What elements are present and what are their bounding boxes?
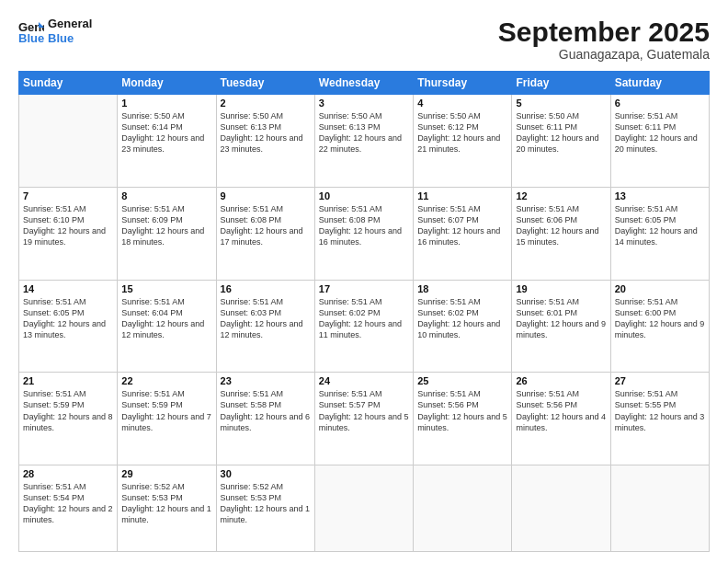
calendar-cell: 15Sunrise: 5:51 AM Sunset: 6:04 PM Dayli… [118,280,216,373]
day-info: Sunrise: 5:51 AM Sunset: 5:56 PM Dayligh… [417,388,507,433]
day-info: Sunrise: 5:50 AM Sunset: 6:12 PM Dayligh… [417,110,507,155]
calendar-cell: 13Sunrise: 5:51 AM Sunset: 6:05 PM Dayli… [610,187,709,280]
calendar-cell: 30Sunrise: 5:52 AM Sunset: 5:53 PM Dayli… [216,465,314,552]
calendar-cell: 28Sunrise: 5:51 AM Sunset: 5:54 PM Dayli… [19,465,118,552]
calendar-week-row: 28Sunrise: 5:51 AM Sunset: 5:54 PM Dayli… [19,465,710,552]
calendar-week-row: 7Sunrise: 5:51 AM Sunset: 6:10 PM Daylig… [19,187,710,280]
day-number: 3 [319,98,409,109]
calendar-cell: 19Sunrise: 5:51 AM Sunset: 6:01 PM Dayli… [512,280,610,373]
calendar-cell: 18Sunrise: 5:51 AM Sunset: 6:02 PM Dayli… [414,280,512,373]
day-number: 10 [319,190,409,201]
calendar-cell: 27Sunrise: 5:51 AM Sunset: 5:55 PM Dayli… [610,373,709,465]
calendar-cell: 11Sunrise: 5:51 AM Sunset: 6:07 PM Dayli… [414,187,512,280]
day-info: Sunrise: 5:51 AM Sunset: 6:04 PM Dayligh… [121,296,211,341]
day-info: Sunrise: 5:51 AM Sunset: 6:02 PM Dayligh… [417,296,507,341]
calendar-cell: 26Sunrise: 5:51 AM Sunset: 5:56 PM Dayli… [512,373,610,465]
calendar-table: SundayMondayTuesdayWednesdayThursdayFrid… [18,71,710,552]
weekday-header: Thursday [414,72,512,95]
day-info: Sunrise: 5:51 AM Sunset: 6:01 PM Dayligh… [516,296,606,341]
day-number: 11 [417,190,507,201]
day-number: 21 [23,375,113,386]
calendar-cell: 16Sunrise: 5:51 AM Sunset: 6:03 PM Dayli… [216,280,314,373]
calendar-week-row: 1Sunrise: 5:50 AM Sunset: 6:14 PM Daylig… [19,95,710,188]
calendar-cell: 21Sunrise: 5:51 AM Sunset: 5:59 PM Dayli… [19,373,118,465]
calendar-cell: 4Sunrise: 5:50 AM Sunset: 6:12 PM Daylig… [414,95,512,188]
day-number: 19 [516,283,606,294]
day-number: 4 [417,98,507,109]
calendar-cell [512,465,610,552]
logo-line1: General [48,17,92,31]
day-number: 14 [23,283,113,294]
day-info: Sunrise: 5:52 AM Sunset: 5:53 PM Dayligh… [121,481,211,526]
day-info: Sunrise: 5:51 AM Sunset: 6:11 PM Dayligh… [615,110,705,155]
calendar-cell [314,465,413,552]
calendar-cell: 22Sunrise: 5:51 AM Sunset: 5:59 PM Dayli… [118,373,216,465]
calendar-cell: 14Sunrise: 5:51 AM Sunset: 6:05 PM Dayli… [19,280,118,373]
day-info: Sunrise: 5:51 AM Sunset: 6:05 PM Dayligh… [23,296,113,341]
calendar-header-row: SundayMondayTuesdayWednesdayThursdayFrid… [19,72,710,95]
calendar-cell: 8Sunrise: 5:51 AM Sunset: 6:09 PM Daylig… [118,187,216,280]
weekday-header: Tuesday [216,72,314,95]
logo-line2: Blue [48,31,92,46]
day-number: 22 [121,375,211,386]
calendar-cell: 24Sunrise: 5:51 AM Sunset: 5:57 PM Dayli… [314,373,413,465]
day-number: 1 [121,98,211,109]
calendar-week-row: 21Sunrise: 5:51 AM Sunset: 5:59 PM Dayli… [19,373,710,465]
calendar-cell: 12Sunrise: 5:51 AM Sunset: 6:06 PM Dayli… [512,187,610,280]
day-number: 2 [221,98,311,109]
calendar-cell: 5Sunrise: 5:50 AM Sunset: 6:11 PM Daylig… [512,95,610,188]
day-number: 16 [221,283,311,294]
day-number: 29 [121,468,211,479]
day-info: Sunrise: 5:51 AM Sunset: 5:57 PM Dayligh… [319,388,409,433]
day-number: 7 [23,190,113,201]
day-number: 28 [23,468,113,479]
day-info: Sunrise: 5:51 AM Sunset: 6:08 PM Dayligh… [221,203,311,248]
location: Guanagazapa, Guatemala [498,47,710,62]
weekday-header: Wednesday [314,72,413,95]
day-number: 15 [121,283,211,294]
calendar-cell: 7Sunrise: 5:51 AM Sunset: 6:10 PM Daylig… [19,187,118,280]
day-info: Sunrise: 5:51 AM Sunset: 5:55 PM Dayligh… [615,388,705,433]
day-info: Sunrise: 5:51 AM Sunset: 5:59 PM Dayligh… [23,388,113,433]
day-number: 12 [516,190,606,201]
calendar-cell: 3Sunrise: 5:50 AM Sunset: 6:13 PM Daylig… [314,95,413,188]
calendar-cell: 17Sunrise: 5:51 AM Sunset: 6:02 PM Dayli… [314,280,413,373]
day-info: Sunrise: 5:50 AM Sunset: 6:13 PM Dayligh… [221,110,311,155]
calendar-cell: 25Sunrise: 5:51 AM Sunset: 5:56 PM Dayli… [414,373,512,465]
day-number: 26 [516,375,606,386]
day-info: Sunrise: 5:51 AM Sunset: 6:10 PM Dayligh… [23,203,113,248]
calendar-week-row: 14Sunrise: 5:51 AM Sunset: 6:05 PM Dayli… [19,280,710,373]
calendar-cell [19,95,118,188]
day-info: Sunrise: 5:51 AM Sunset: 6:00 PM Dayligh… [615,296,705,341]
header: General Blue General Blue September 2025… [18,17,710,62]
day-number: 20 [615,283,705,294]
day-info: Sunrise: 5:51 AM Sunset: 5:59 PM Dayligh… [121,388,211,433]
page: General Blue General Blue September 2025… [0,0,728,563]
day-info: Sunrise: 5:52 AM Sunset: 5:53 PM Dayligh… [221,481,311,526]
calendar-cell [414,465,512,552]
calendar-cell: 20Sunrise: 5:51 AM Sunset: 6:00 PM Dayli… [610,280,709,373]
calendar-cell: 1Sunrise: 5:50 AM Sunset: 6:14 PM Daylig… [118,95,216,188]
calendar-cell: 10Sunrise: 5:51 AM Sunset: 6:08 PM Dayli… [314,187,413,280]
weekday-header: Monday [118,72,216,95]
day-number: 18 [417,283,507,294]
day-info: Sunrise: 5:51 AM Sunset: 5:54 PM Dayligh… [23,481,113,526]
day-number: 13 [615,190,705,201]
calendar-cell: 2Sunrise: 5:50 AM Sunset: 6:13 PM Daylig… [216,95,314,188]
calendar-cell: 29Sunrise: 5:52 AM Sunset: 5:53 PM Dayli… [118,465,216,552]
day-number: 27 [615,375,705,386]
day-number: 6 [615,98,705,109]
logo-icon: General Blue [18,18,44,44]
calendar-cell [610,465,709,552]
day-info: Sunrise: 5:51 AM Sunset: 6:06 PM Dayligh… [516,203,606,248]
day-info: Sunrise: 5:50 AM Sunset: 6:14 PM Dayligh… [121,110,211,155]
logo: General Blue General Blue [18,17,92,45]
svg-text:Blue: Blue [18,31,44,44]
calendar-cell: 9Sunrise: 5:51 AM Sunset: 6:08 PM Daylig… [216,187,314,280]
day-number: 25 [417,375,507,386]
day-number: 17 [319,283,409,294]
weekday-header: Friday [512,72,610,95]
day-info: Sunrise: 5:51 AM Sunset: 5:56 PM Dayligh… [516,388,606,433]
calendar-cell: 6Sunrise: 5:51 AM Sunset: 6:11 PM Daylig… [610,95,709,188]
day-info: Sunrise: 5:51 AM Sunset: 5:58 PM Dayligh… [221,388,311,433]
